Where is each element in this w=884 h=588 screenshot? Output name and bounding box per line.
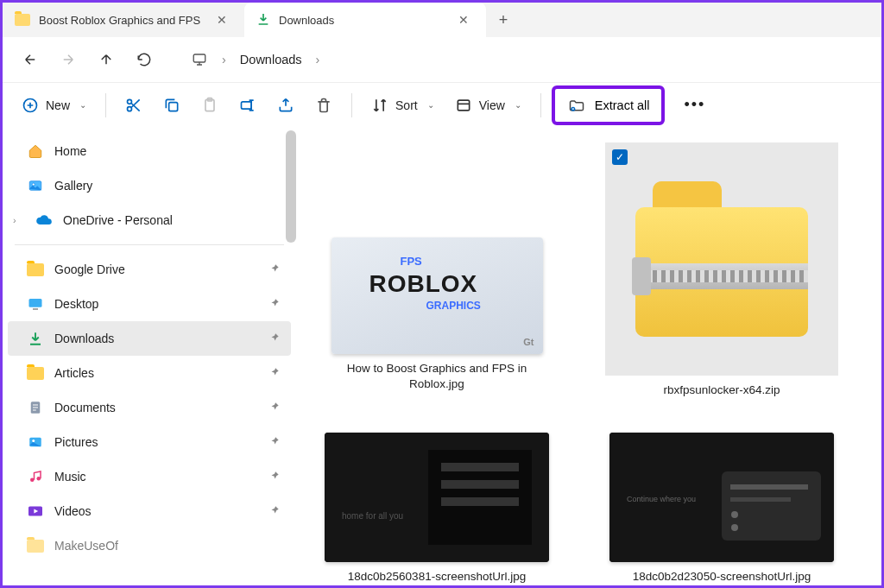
svg-point-30 bbox=[731, 524, 738, 531]
refresh-button[interactable] bbox=[127, 42, 161, 77]
pin-icon bbox=[268, 401, 281, 415]
svg-text:home for all you: home for all you bbox=[342, 511, 403, 521]
sidebar-item-home[interactable]: Home bbox=[8, 134, 291, 168]
file-item[interactable]: home for all you 18dc0b2560381-screensho… bbox=[320, 433, 553, 585]
divider bbox=[540, 93, 541, 117]
rename-icon bbox=[239, 97, 256, 114]
sidebar-label: Videos bbox=[54, 504, 92, 518]
sidebar-label: Downloads bbox=[54, 332, 114, 345]
file-item[interactable]: ✓ rbxfpsunlocker-x64.zip bbox=[605, 142, 838, 398]
svg-point-15 bbox=[32, 439, 35, 442]
thumbnail: FPS ROBLOX GRAPHICS Gt bbox=[332, 237, 543, 354]
file-item[interactable]: FPS ROBLOX GRAPHICS Gt How to Boost Grap… bbox=[320, 237, 553, 398]
svg-point-3 bbox=[128, 106, 132, 111]
svg-rect-0 bbox=[193, 54, 205, 62]
file-name: rbxfpsunlocker-x64.zip bbox=[663, 383, 780, 398]
file-name: 18dc0b2d23050-screenshotUrl.jpg bbox=[633, 569, 811, 585]
new-tab-button[interactable]: + bbox=[486, 3, 521, 37]
tab-bar: Boost Roblox Graphics and FPS ✕ Download… bbox=[3, 3, 881, 37]
chevron-down-icon: ⌄ bbox=[427, 100, 434, 110]
tab-boost-roblox[interactable]: Boost Roblox Graphics and FPS ✕ bbox=[3, 3, 244, 37]
svg-rect-23 bbox=[441, 497, 519, 506]
close-icon[interactable]: ✕ bbox=[453, 11, 474, 28]
download-icon bbox=[27, 331, 44, 346]
up-button[interactable] bbox=[89, 42, 123, 77]
sidebar-label: Music bbox=[54, 470, 86, 484]
onedrive-icon bbox=[35, 212, 53, 228]
music-icon bbox=[27, 469, 44, 484]
pictures-icon bbox=[27, 434, 44, 450]
chevron-right-icon: › bbox=[222, 53, 226, 66]
share-button[interactable] bbox=[268, 89, 303, 122]
scissors-icon bbox=[125, 97, 142, 114]
pin-icon bbox=[268, 366, 281, 381]
thumb-text: Gt bbox=[523, 337, 534, 347]
file-item[interactable]: Continue where you 18dc0b2d23050-screens… bbox=[605, 433, 838, 585]
sidebar-item-articles[interactable]: Articles bbox=[8, 356, 291, 390]
divider bbox=[15, 244, 284, 245]
svg-rect-4 bbox=[169, 102, 178, 111]
extract-all-button[interactable]: Extract all bbox=[552, 85, 666, 125]
toolbar: New ⌄ Sort ⌄ View ⌄ Extract all ••• bbox=[3, 82, 881, 127]
folder-icon bbox=[27, 365, 44, 381]
svg-rect-21 bbox=[441, 463, 519, 471]
thumb-text: GRAPHICS bbox=[426, 300, 481, 312]
thumbnail: home for all you bbox=[325, 433, 549, 562]
folder-icon bbox=[27, 538, 44, 553]
tab-downloads[interactable]: Downloads ✕ bbox=[244, 3, 486, 37]
sidebar-label: OneDrive - Personal bbox=[63, 213, 173, 227]
sidebar-label: Desktop bbox=[54, 297, 98, 311]
thumbnail: Continue where you bbox=[609, 433, 834, 562]
sidebar-item-music[interactable]: Music bbox=[8, 459, 291, 494]
sidebar-item-onedrive[interactable]: › OneDrive - Personal bbox=[8, 203, 291, 237]
chevron-down-icon: ⌄ bbox=[79, 100, 86, 110]
folder-icon bbox=[27, 262, 44, 277]
tab-label: Boost Roblox Graphics and FPS bbox=[39, 14, 200, 27]
chevron-right-icon: › bbox=[316, 53, 320, 66]
sort-button[interactable]: Sort ⌄ bbox=[363, 89, 443, 122]
svg-rect-22 bbox=[441, 480, 519, 489]
back-button[interactable] bbox=[13, 42, 47, 77]
sidebar-item-pictures[interactable]: Pictures bbox=[8, 425, 291, 459]
new-button[interactable]: New ⌄ bbox=[13, 89, 95, 122]
sidebar-item-gallery[interactable]: Gallery bbox=[8, 168, 291, 203]
sidebar-item-downloads[interactable]: Downloads bbox=[8, 321, 291, 356]
cut-button[interactable] bbox=[117, 89, 151, 122]
sidebar-label: Pictures bbox=[54, 435, 98, 449]
breadcrumb[interactable]: › Downloads › bbox=[191, 52, 319, 67]
more-button[interactable]: ••• bbox=[675, 89, 714, 122]
gallery-icon bbox=[27, 178, 44, 193]
download-icon bbox=[256, 12, 270, 28]
sidebar-item-videos[interactable]: Videos bbox=[8, 494, 291, 528]
navigation-bar: › Downloads › bbox=[3, 37, 881, 82]
sidebar-item-documents[interactable]: Documents bbox=[8, 390, 291, 425]
rename-button[interactable] bbox=[230, 89, 265, 122]
copy-button[interactable] bbox=[155, 89, 189, 122]
thumbnail: ✓ bbox=[605, 142, 838, 376]
pin-icon bbox=[268, 470, 281, 484]
sort-icon bbox=[371, 97, 388, 114]
thumb-text: FPS bbox=[401, 255, 422, 268]
file-name: How to Boost Graphics and FPS in Roblox.… bbox=[325, 361, 549, 392]
sidebar-item-google-drive[interactable]: Google Drive bbox=[8, 252, 291, 287]
svg-rect-28 bbox=[730, 497, 791, 502]
paste-button[interactable] bbox=[193, 89, 227, 122]
view-button[interactable]: View ⌄ bbox=[446, 89, 530, 122]
breadcrumb-location[interactable]: Downloads bbox=[240, 53, 302, 66]
sidebar-item-makeuseof[interactable]: MakeUseOf bbox=[8, 528, 291, 563]
share-icon bbox=[277, 97, 294, 114]
forward-button[interactable] bbox=[51, 42, 85, 77]
delete-button[interactable] bbox=[306, 89, 341, 122]
file-grid: FPS ROBLOX GRAPHICS Gt How to Boost Grap… bbox=[296, 127, 881, 585]
trash-icon bbox=[315, 97, 332, 114]
pin-icon bbox=[268, 262, 281, 277]
monitor-icon bbox=[191, 52, 208, 67]
close-icon[interactable]: ✕ bbox=[212, 11, 232, 28]
sidebar-item-desktop[interactable]: Desktop bbox=[8, 287, 291, 321]
view-label: View bbox=[479, 98, 505, 112]
thumb-text: ROBLOX bbox=[369, 270, 478, 298]
pin-icon bbox=[268, 435, 281, 450]
view-icon bbox=[455, 97, 472, 114]
svg-point-2 bbox=[128, 99, 132, 104]
selected-checkmark-icon: ✓ bbox=[612, 149, 628, 165]
